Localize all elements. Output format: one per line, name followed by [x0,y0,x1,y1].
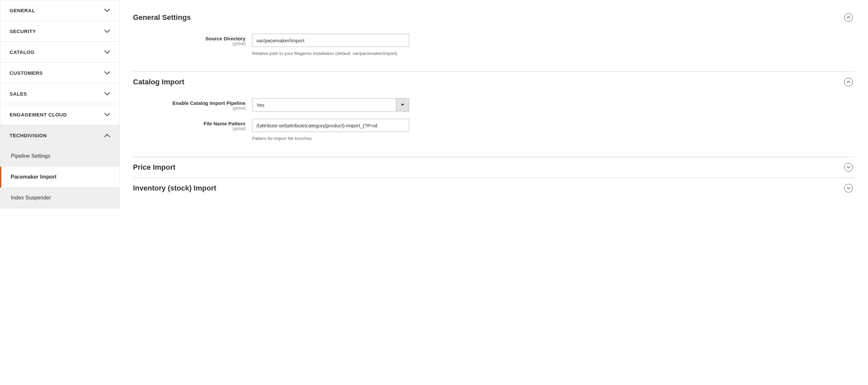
main-content: General Settings Source Directory [globa… [120,0,868,208]
sidebar-sub-pipeline-settings[interactable]: Pipeline Settings [0,146,120,167]
field-note: Pattern for import file bunches [252,135,409,142]
chevron-down-icon [104,50,110,54]
sidebar-item-label: TECHDIVISION [9,133,47,138]
section-header-general-settings[interactable]: General Settings [133,7,855,28]
field-label: File Name Pattern [global] [133,119,252,142]
sidebar-item-label: SECURITY [9,28,36,34]
chevron-down-icon [104,9,110,12]
section-body: Enable Catalog Import Pipeline [global] … [133,92,855,156]
collapse-up-icon [844,13,853,22]
field-control: Relative path to your Magento installati… [252,34,409,57]
field-note: Relative path to your Magento installati… [252,50,409,57]
field-control: Pattern for import file bunches [252,119,409,142]
chevron-down-icon [104,71,110,75]
enable-catalog-import-select[interactable]: Yes [252,98,409,111]
source-directory-input[interactable] [252,34,409,47]
sidebar-item-catalog[interactable]: CATALOG [0,42,120,63]
chevron-down-icon [104,92,110,96]
section-title: Inventory (stock) Import [133,184,216,193]
chevron-down-icon [104,113,110,117]
label-scope: [global] [133,126,245,131]
sidebar: GENERAL SECURITY CATALOG CUSTOMERS SALES… [0,0,120,208]
sidebar-sub-label: Index Suspender [11,195,51,200]
section-body: Source Directory [global] Relative path … [133,28,855,71]
field-file-name-pattern: File Name Pattern [global] Pattern for i… [133,119,855,142]
field-control: Yes [252,98,409,111]
section-title: Catalog Import [133,78,184,86]
field-source-directory: Source Directory [global] Relative path … [133,34,855,57]
section-general-settings: General Settings Source Directory [globa… [133,7,855,72]
sidebar-item-sales[interactable]: SALES [0,83,120,104]
section-header-inventory-import[interactable]: Inventory (stock) Import [133,178,855,198]
chevron-down-icon [104,29,110,33]
sidebar-item-customers[interactable]: CUSTOMERS [0,63,120,83]
label-text: File Name Pattern [133,121,245,126]
collapse-up-icon [844,78,853,86]
section-header-catalog-import[interactable]: Catalog Import [133,72,855,92]
section-price-import: Price Import [133,157,855,178]
label-text: Source Directory [133,36,245,41]
label-text: Enable Catalog Import Pipeline [133,100,245,106]
section-title: Price Import [133,163,175,172]
section-inventory-import: Inventory (stock) Import [133,178,855,198]
sidebar-item-label: ENGAGEMENT CLOUD [9,112,67,118]
chevron-up-icon [104,134,110,137]
sidebar-item-engagement-cloud[interactable]: ENGAGEMENT CLOUD [0,104,120,125]
label-scope: [global] [133,106,245,110]
sidebar-sub-pacemaker-import[interactable]: Pacemaker Import [0,167,120,188]
sidebar-item-techdivision[interactable]: TECHDIVISION [0,125,120,146]
collapse-down-icon [844,184,853,193]
sidebar-item-security[interactable]: SECURITY [0,21,120,42]
sidebar-item-general[interactable]: GENERAL [0,0,120,21]
sidebar-item-label: CATALOG [9,49,34,55]
section-title: General Settings [133,13,191,22]
sidebar-sub-label: Pipeline Settings [11,153,50,159]
field-enable-catalog-import-pipeline: Enable Catalog Import Pipeline [global] … [133,98,855,111]
sidebar-item-label: SALES [9,91,27,97]
file-name-pattern-input[interactable] [252,119,409,132]
sidebar-sub-index-suspender[interactable]: Index Suspender [0,188,120,208]
field-label: Source Directory [global] [133,34,252,57]
sidebar-item-label: GENERAL [9,8,35,13]
collapse-down-icon [844,163,853,172]
section-header-price-import[interactable]: Price Import [133,157,855,178]
section-catalog-import: Catalog Import Enable Catalog Import Pip… [133,72,855,157]
label-scope: [global] [133,41,245,46]
sidebar-item-label: CUSTOMERS [9,70,43,76]
field-label: Enable Catalog Import Pipeline [global] [133,98,252,111]
sidebar-sub-label: Pacemaker Import [10,174,57,180]
